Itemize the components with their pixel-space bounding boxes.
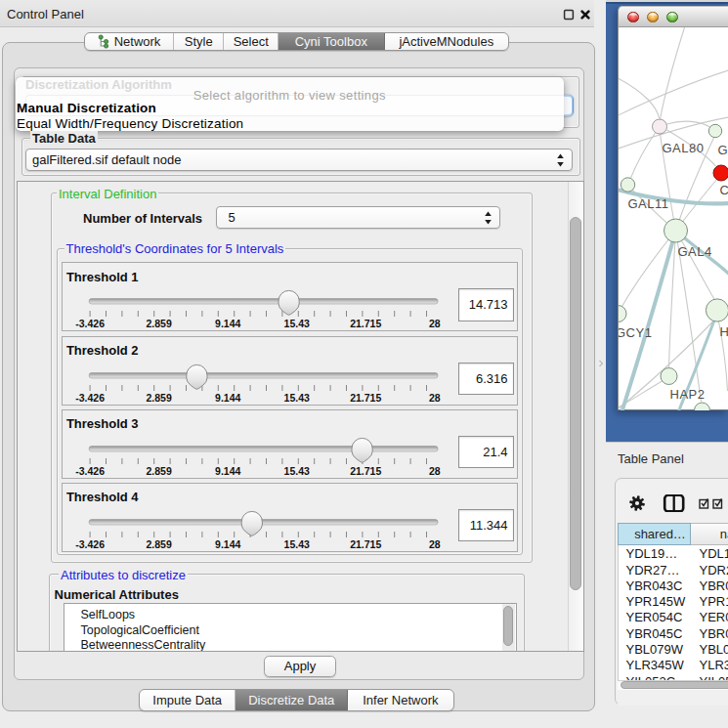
svg-text:15.43: 15.43: [283, 391, 309, 403]
svg-text:15.43: 15.43: [283, 537, 309, 549]
svg-text:GCY1: GCY1: [619, 325, 652, 340]
svg-text:GAL11: GAL11: [627, 196, 668, 211]
svg-text:28: 28: [429, 537, 441, 549]
svg-text:9.144: 9.144: [215, 537, 240, 549]
svg-text:21.715: 21.715: [350, 318, 381, 329]
svg-text:28: 28: [429, 391, 441, 403]
svg-text:21.715: 21.715: [350, 391, 381, 403]
svg-text:15.43: 15.43: [283, 318, 309, 329]
svg-text:HIS7: HIS7: [719, 324, 728, 339]
svg-text:-3.426: -3.426: [75, 318, 105, 329]
svg-text:9.144: 9.144: [215, 318, 240, 329]
svg-text:GAL4: GAL4: [677, 244, 711, 259]
svg-text:28: 28: [429, 464, 441, 476]
svg-text:-3.426: -3.426: [75, 537, 105, 549]
svg-text:28: 28: [429, 318, 441, 329]
svg-text:21.715: 21.715: [350, 464, 381, 476]
svg-text:CRP1: CRP1: [719, 183, 728, 197]
svg-text:2.859: 2.859: [146, 464, 171, 476]
svg-text:-3.426: -3.426: [75, 464, 105, 476]
svg-text:-3.426: -3.426: [75, 391, 105, 403]
svg-text:9.144: 9.144: [215, 464, 240, 476]
svg-text:HAP2: HAP2: [669, 387, 705, 402]
svg-text:15.43: 15.43: [283, 464, 309, 476]
svg-text:21.715: 21.715: [350, 537, 381, 549]
svg-text:2.859: 2.859: [146, 537, 171, 549]
svg-text:GAL80: GAL80: [662, 141, 704, 155]
svg-text:2.859: 2.859: [146, 318, 171, 329]
svg-text:9.144: 9.144: [215, 391, 240, 403]
svg-text:GAL3: GAL3: [717, 143, 728, 157]
svg-text:2.859: 2.859: [146, 391, 171, 403]
